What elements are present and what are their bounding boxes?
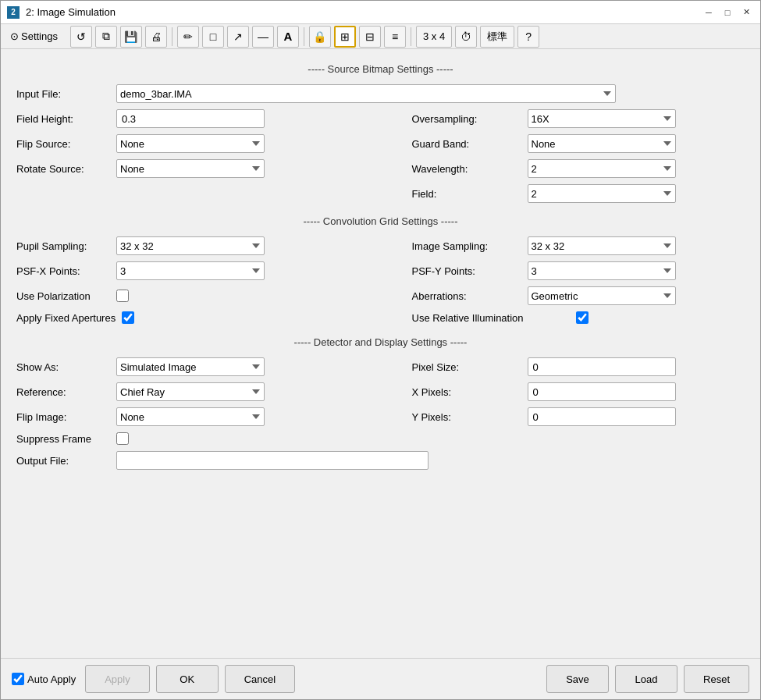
pupil-sampling-select[interactable]: 32 x 32 — [116, 236, 265, 255]
grid-size-button[interactable]: 3 x 4 — [416, 26, 452, 48]
save-button[interactable]: 💾 — [120, 26, 142, 48]
psf-y-label: PSF-Y Points: — [412, 265, 521, 277]
field-height-label: Field Height: — [16, 113, 110, 125]
suppress-frame-row: Suppress Frame — [16, 432, 745, 445]
psf-x-select[interactable]: 3 — [116, 261, 265, 280]
use-relative-checkbox[interactable] — [576, 311, 589, 324]
title-bar: 2 2: Image Simulation ─ □ ✕ — [1, 1, 760, 24]
pixel-size-input[interactable] — [528, 357, 676, 376]
auto-apply-section: Auto Apply — [12, 673, 76, 685]
flip-source-select[interactable]: None — [116, 134, 265, 153]
close-button[interactable]: ✕ — [738, 5, 754, 20]
arrow-button[interactable]: ↗ — [227, 26, 249, 48]
help-button[interactable]: ? — [517, 26, 539, 48]
show-as-label: Show As: — [16, 361, 110, 373]
field-row: Field: 2 — [16, 184, 745, 203]
aberrations-label: Aberrations: — [412, 290, 521, 302]
flip-source-label: Flip Source: — [16, 138, 110, 150]
suppress-frame-checkbox[interactable] — [116, 432, 129, 445]
text-button[interactable]: A — [277, 26, 299, 48]
apply-button[interactable]: Apply — [85, 665, 150, 693]
flip-image-label: Flip Image: — [16, 411, 110, 423]
refresh-button[interactable]: ↺ — [70, 26, 92, 48]
use-relative-label: Use Relative Illumination — [412, 312, 568, 324]
print-button[interactable]: 🖨 — [145, 26, 167, 48]
input-file-label: Input File: — [16, 88, 110, 100]
layers-button[interactable]: ⊟ — [359, 26, 381, 48]
menu-settings[interactable]: ⊙ Settings — [5, 29, 62, 44]
cancel-button[interactable]: Cancel — [225, 665, 295, 693]
clock-button[interactable]: ⏱ — [455, 26, 477, 48]
separator-1 — [172, 27, 172, 46]
reference-label: Reference: — [16, 386, 110, 398]
save-file-button[interactable]: Save — [546, 665, 609, 693]
reference-select[interactable]: Chief Ray — [116, 382, 265, 401]
load-button[interactable]: Load — [615, 665, 677, 693]
menu-bar: ⊙ Settings ↺ ⧉ 💾 🖨 ✏ □ ↗ — A 🔒 ⊞ ⊟ ≡ 3 x… — [1, 24, 760, 49]
polarization-row: Use Polarization Aberrations: Geometric — [16, 286, 745, 305]
chevron-up-icon: ⊙ — [10, 30, 19, 42]
main-window: 2 2: Image Simulation ─ □ ✕ ⊙ Settings ↺… — [0, 0, 761, 700]
separator-3 — [411, 27, 411, 46]
pupil-sampling-label: Pupil Sampling: — [16, 240, 110, 252]
field-label: Field: — [412, 188, 521, 200]
flip-image-select[interactable]: None — [116, 407, 265, 426]
input-file-select[interactable]: demo_3bar.IMA — [116, 84, 616, 103]
output-file-row: Output File: — [16, 451, 745, 470]
pixel-size-label: Pixel Size: — [412, 361, 521, 373]
reference-row: Reference: Chief Ray X Pixels: — [16, 382, 745, 401]
minimize-button[interactable]: ─ — [701, 5, 717, 20]
psf-x-label: PSF-X Points: — [16, 265, 110, 277]
x-pixels-input[interactable] — [528, 382, 676, 401]
use-polarization-checkbox[interactable] — [116, 290, 129, 302]
rotate-source-row: Rotate Source: None Wavelength: 2 — [16, 159, 745, 178]
psf-row: PSF-X Points: 3 PSF-Y Points: 3 — [16, 261, 745, 280]
footer-bar: Auto Apply Apply OK Cancel Save Load Res… — [1, 658, 760, 699]
image-sampling-select[interactable]: 32 x 32 — [528, 236, 676, 255]
y-pixels-input[interactable] — [528, 407, 676, 426]
ok-button[interactable]: OK — [156, 665, 219, 693]
apply-fixed-row: Apply Fixed Apertures Use Relative Illum… — [16, 311, 745, 324]
wavelength-select[interactable]: 2 — [528, 159, 676, 178]
copy-button[interactable]: ⧉ — [95, 26, 117, 48]
guard-band-label: Guard Band: — [412, 138, 521, 150]
window-icon: 2 — [7, 6, 20, 19]
guard-band-select[interactable]: None — [528, 134, 676, 153]
show-as-select[interactable]: Simulated Image — [116, 357, 265, 376]
oversampling-select[interactable]: 16X — [528, 109, 676, 128]
apply-fixed-checkbox[interactable] — [122, 311, 134, 324]
grid-active-button[interactable]: ⊞ — [334, 26, 356, 48]
reset-button[interactable]: Reset — [684, 665, 749, 693]
x-pixels-label: X Pixels: — [412, 386, 521, 398]
window-title: 2: Image Simulation — [26, 6, 695, 18]
psf-y-select[interactable]: 3 — [528, 261, 676, 280]
aberrations-select[interactable]: Geometric — [528, 286, 676, 305]
field-height-input[interactable] — [116, 109, 265, 128]
rect-button[interactable]: □ — [202, 26, 224, 48]
field-height-row: Field Height: Oversampling: 16X — [16, 109, 745, 128]
stack-button[interactable]: ≡ — [384, 26, 406, 48]
rotate-source-label: Rotate Source: — [16, 163, 110, 175]
auto-apply-checkbox[interactable] — [12, 673, 24, 685]
pupil-sampling-row: Pupil Sampling: 32 x 32 Image Sampling: … — [16, 236, 745, 255]
maximize-button[interactable]: □ — [720, 5, 735, 20]
source-bitmap-title: ----- Source Bitmap Settings ----- — [16, 63, 745, 75]
standards-button[interactable]: 標準 — [480, 26, 514, 48]
rotate-source-select[interactable]: None — [116, 159, 265, 178]
content-area: ----- Source Bitmap Settings ----- Input… — [1, 49, 760, 658]
line-button[interactable]: — — [252, 26, 274, 48]
pencil-button[interactable]: ✏ — [177, 26, 199, 48]
apply-fixed-label: Apply Fixed Apertures — [16, 312, 116, 324]
convolution-grid-title: ----- Convolution Grid Settings ----- — [16, 215, 745, 227]
output-file-input[interactable] — [116, 451, 429, 470]
field-select[interactable]: 2 — [528, 184, 676, 203]
wavelength-label: Wavelength: — [412, 163, 521, 175]
separator-2 — [304, 27, 304, 46]
auto-apply-label: Auto Apply — [27, 673, 76, 685]
lock-button[interactable]: 🔒 — [309, 26, 331, 48]
flip-image-row: Flip Image: None Y Pixels: — [16, 407, 745, 426]
y-pixels-label: Y Pixels: — [412, 411, 521, 423]
output-file-label: Output File: — [16, 455, 110, 467]
input-file-row: Input File: demo_3bar.IMA — [16, 84, 745, 103]
show-as-row: Show As: Simulated Image Pixel Size: — [16, 357, 745, 376]
